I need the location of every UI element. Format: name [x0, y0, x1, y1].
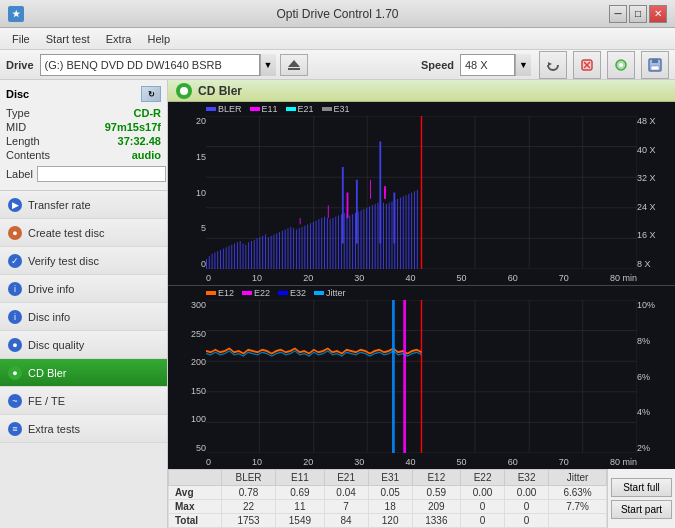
svg-marker-2 — [548, 62, 552, 66]
sidebar-item-create-test-disc[interactable]: ● Create test disc — [0, 219, 167, 247]
eject-button[interactable] — [280, 54, 308, 76]
menu-start-test[interactable]: Start test — [38, 31, 98, 47]
disc-refresh-icon[interactable]: ↻ — [141, 86, 161, 102]
svg-rect-63 — [310, 223, 311, 269]
menu-extra[interactable]: Extra — [98, 31, 140, 47]
svg-rect-76 — [347, 214, 348, 269]
refresh-button[interactable] — [539, 51, 567, 79]
disc-type-row: Type CD-R — [6, 106, 161, 120]
legend-e21: E21 — [286, 104, 314, 114]
svg-marker-1 — [288, 60, 300, 67]
sidebar-item-extra-tests[interactable]: ≡ Extra tests — [0, 415, 167, 443]
disc-header: Disc ↻ — [6, 86, 161, 102]
drive-select-arrow[interactable]: ▼ — [260, 54, 276, 76]
maximize-button[interactable]: □ — [629, 5, 647, 23]
menu-file[interactable]: File — [4, 31, 38, 47]
copy-button[interactable] — [607, 51, 635, 79]
svg-rect-31 — [220, 250, 221, 269]
chart1: BLER E11 E21 E31 20 15 10 5 0 48 X 40 X — [168, 102, 675, 285]
sidebar-item-drive-info[interactable]: i Drive info — [0, 275, 167, 303]
save-button[interactable] — [641, 51, 669, 79]
sidebar-item-disc-info[interactable]: i Disc info — [0, 303, 167, 331]
svg-rect-0 — [288, 68, 300, 70]
svg-rect-82 — [363, 209, 364, 269]
svg-rect-106 — [300, 218, 301, 224]
svg-rect-48 — [268, 237, 269, 269]
col-header-e32: E32 — [505, 470, 549, 486]
start-part-button[interactable]: Start part — [611, 500, 672, 519]
col-header-e21: E21 — [324, 470, 368, 486]
svg-rect-87 — [377, 203, 378, 269]
legend-bler: BLER — [206, 104, 242, 114]
legend-e11: E11 — [250, 104, 278, 114]
svg-rect-39 — [243, 244, 244, 270]
svg-rect-65 — [316, 221, 317, 269]
chart2: E12 E22 E32 Jitter 300 250 200 150 100 5… — [168, 286, 675, 469]
svg-rect-55 — [288, 228, 289, 269]
svg-rect-54 — [285, 229, 286, 269]
chart2-legend: E12 E22 E32 Jitter — [206, 288, 346, 298]
svg-rect-56 — [290, 227, 291, 269]
svg-rect-47 — [265, 235, 266, 269]
svg-rect-102 — [342, 167, 344, 244]
verify-disc-icon: ✓ — [8, 254, 22, 268]
svg-rect-26 — [206, 259, 207, 269]
svg-rect-43 — [254, 240, 255, 269]
charts-container: BLER E11 E21 E31 20 15 10 5 0 48 X 40 X — [168, 102, 675, 469]
start-full-button[interactable]: Start full — [611, 478, 672, 497]
disc-quality-icon: ● — [8, 338, 22, 352]
svg-rect-66 — [318, 219, 319, 269]
svg-rect-101 — [417, 190, 418, 269]
sidebar-item-cd-bler[interactable]: ● CD Bler — [0, 359, 167, 387]
sidebar-item-transfer-rate[interactable]: ▶ Transfer rate — [0, 191, 167, 219]
chart2-y-axis: 300 250 200 150 100 50 — [170, 300, 206, 453]
menu-help[interactable]: Help — [139, 31, 178, 47]
drive-label: Drive — [6, 59, 34, 71]
main-layout: Disc ↻ Type CD-R MID 97m15s17f Length 37… — [0, 80, 675, 528]
svg-rect-57 — [293, 228, 294, 269]
svg-rect-35 — [231, 245, 232, 269]
sidebar-item-disc-quality[interactable]: ● Disc quality — [0, 331, 167, 359]
svg-rect-68 — [324, 217, 325, 269]
cd-bler-title: CD Bler — [198, 84, 242, 98]
sidebar-menu: ▶ Transfer rate ● Create test disc ✓ Ver… — [0, 191, 167, 528]
svg-rect-27 — [209, 256, 210, 269]
chart1-y-axis-right: 48 X 40 X 32 X 24 X 16 X 8 X — [637, 116, 673, 269]
close-button[interactable]: ✕ — [649, 5, 667, 23]
disc-info-section: Disc ↻ Type CD-R MID 97m15s17f Length 37… — [0, 80, 167, 191]
disc-label-input[interactable] — [37, 166, 166, 182]
svg-rect-74 — [341, 214, 342, 269]
svg-rect-100 — [414, 191, 415, 269]
speed-select[interactable]: 48 X — [460, 54, 515, 76]
col-header-e12: E12 — [412, 470, 460, 486]
svg-rect-69 — [327, 218, 328, 269]
svg-rect-49 — [271, 236, 272, 269]
chart1-legend: BLER E11 E21 E31 — [206, 104, 350, 114]
svg-rect-94 — [397, 199, 398, 269]
sidebar-item-verify-test-disc[interactable]: ✓ Verify test disc — [0, 247, 167, 275]
data-table: BLER E11 E21 E31 E12 E22 E32 Jitter Avg — [168, 469, 607, 528]
chart1-y-axis: 20 15 10 5 0 — [170, 116, 206, 269]
erase-button[interactable] — [573, 51, 601, 79]
svg-rect-72 — [335, 217, 336, 269]
title-bar-buttons: ─ □ ✕ — [609, 5, 667, 23]
svg-rect-107 — [328, 205, 329, 218]
chart2-svg — [206, 300, 637, 453]
table-row-total: Total 1753 1549 84 120 1336 0 0 — [169, 514, 607, 528]
minimize-button[interactable]: ─ — [609, 5, 627, 23]
speed-select-arrow[interactable]: ▼ — [515, 54, 531, 76]
svg-rect-109 — [370, 180, 371, 199]
svg-rect-96 — [403, 196, 404, 269]
svg-rect-97 — [406, 195, 407, 269]
sidebar-item-fe-te[interactable]: ~ FE / TE — [0, 387, 167, 415]
drive-select[interactable]: (G:) BENQ DVD DD DW1640 BSRB — [40, 54, 260, 76]
legend-e22: E22 — [242, 288, 270, 298]
speed-label: Speed — [421, 59, 454, 71]
svg-rect-75 — [344, 213, 345, 269]
svg-rect-50 — [273, 235, 274, 269]
svg-rect-46 — [262, 236, 263, 269]
data-table-container: BLER E11 E21 E31 E12 E22 E32 Jitter Avg — [168, 469, 607, 528]
app-icon: ★ — [8, 6, 24, 22]
svg-rect-40 — [245, 245, 246, 269]
col-header-bler: BLER — [221, 470, 275, 486]
